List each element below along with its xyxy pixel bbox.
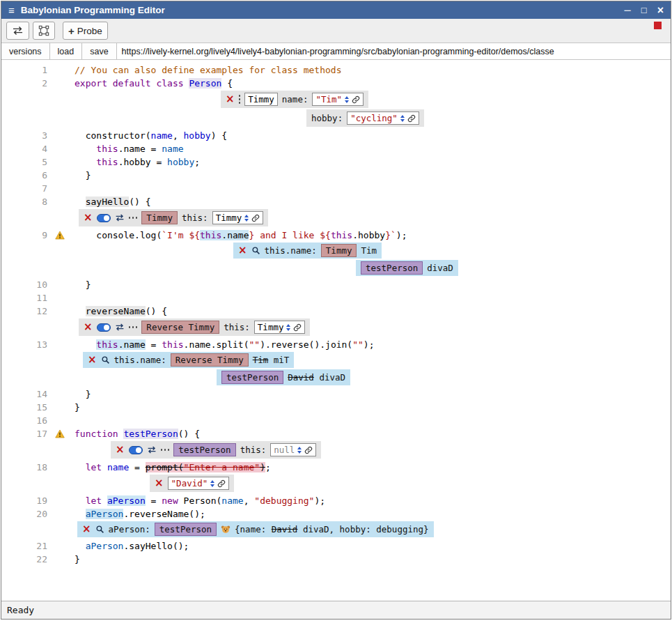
stepper-up-down-icon[interactable] [210, 480, 214, 487]
example-badge[interactable]: Reverse Timmy [171, 353, 249, 367]
warning-icon[interactable] [50, 427, 72, 440]
line-number: 17 [1, 427, 50, 440]
line-number: 22 [1, 553, 50, 566]
link-icon[interactable] [217, 479, 226, 488]
swap-example-icon[interactable] [115, 323, 125, 331]
versions-button[interactable]: versions [1, 43, 50, 59]
this-value-select[interactable]: null [270, 443, 316, 456]
maximize-button[interactable]: □ [641, 6, 647, 15]
stepper-up-down-icon[interactable] [297, 447, 302, 454]
close-button[interactable]: × [657, 5, 664, 16]
link-icon[interactable] [251, 214, 260, 222]
code-text: let aPerson = new Person(name, "debuggin… [72, 494, 325, 507]
code-token: () { [146, 306, 167, 316]
code-token: ; [194, 157, 200, 167]
code-line[interactable]: 20 aPerson.reverseName(); [1, 507, 671, 521]
swap-example-icon[interactable] [147, 446, 157, 454]
swap-example-icon[interactable] [115, 214, 125, 222]
frame-select-icon [38, 25, 49, 36]
stepper-up-down-icon[interactable] [286, 324, 290, 331]
close-widget-icon[interactable]: × [88, 355, 97, 365]
code-token: new [162, 495, 178, 506]
code-editor[interactable]: 1// You can also define examples for cla… [1, 60, 671, 601]
toggle-on-icon[interactable] [129, 446, 143, 454]
code-line[interactable]: 2export default class Person { [1, 77, 671, 90]
code-line[interactable]: 14 } [1, 387, 671, 401]
line-number: 2 [1, 77, 50, 90]
code-line[interactable]: 15} [1, 401, 671, 414]
close-widget-icon[interactable]: × [226, 94, 235, 105]
example-badge[interactable]: Timmy [141, 211, 178, 224]
code-line[interactable]: 21 aPerson.sayHello(); [1, 539, 671, 553]
code-line[interactable]: 4 this.name = name [1, 142, 671, 155]
code-token [75, 197, 86, 207]
code-line[interactable]: 10 } [1, 278, 671, 291]
example-badge[interactable]: testPerson [155, 523, 217, 536]
code-line[interactable]: 18 let name = prompt("Enter a name"); [1, 461, 671, 474]
example-badge[interactable]: testPerson [173, 443, 235, 456]
toggle-on-icon[interactable] [97, 323, 111, 332]
code-line[interactable]: 11 [1, 291, 671, 305]
probe-row: testPersonDavid divaD [217, 369, 350, 385]
more-options-icon[interactable] [129, 217, 138, 219]
code-token [107, 78, 113, 89]
this-value-select[interactable]: Timmy [254, 321, 306, 334]
example-badge[interactable]: Reverse Timmy [141, 321, 219, 334]
field-value-input[interactable]: "cycling" [347, 111, 419, 125]
load-button[interactable]: load [50, 43, 83, 59]
close-widget-icon[interactable]: × [155, 478, 164, 489]
example-widget: ×Timmythis:Timmy [1, 209, 671, 226]
code-line[interactable]: 19 let aPerson = new Person(name, "debug… [1, 494, 671, 507]
code-token: sayHello [86, 197, 130, 207]
more-options-icon[interactable] [161, 449, 170, 451]
swap-arrows-button[interactable] [6, 22, 29, 40]
more-options-icon[interactable] [129, 326, 138, 328]
link-icon[interactable] [407, 114, 416, 123]
code-line[interactable]: 12 reverseName() { [1, 305, 671, 318]
frame-select-button[interactable] [33, 22, 55, 40]
notification-indicator[interactable] [654, 22, 662, 29]
close-widget-icon[interactable]: × [116, 445, 125, 455]
close-widget-icon[interactable]: × [82, 524, 91, 534]
code-line[interactable]: 5 this.hobby = hobby; [1, 155, 671, 169]
stepper-up-down-icon[interactable] [244, 215, 249, 222]
field-value-input[interactable]: "Tim" [312, 93, 364, 106]
close-widget-icon[interactable]: × [84, 322, 93, 332]
example-badge[interactable]: testPerson [221, 371, 283, 384]
drag-handle-icon[interactable] [239, 95, 241, 104]
code-line[interactable]: 22} [1, 553, 671, 566]
close-widget-icon[interactable]: × [238, 245, 247, 256]
code-line[interactable]: 7 [1, 182, 671, 195]
example-name-input[interactable]: Timmy [244, 93, 278, 106]
close-widget-icon[interactable]: × [84, 213, 93, 223]
code-line[interactable]: 16 [1, 414, 671, 427]
replacement-value-input[interactable]: "David" [168, 477, 230, 490]
code-text: function testPerson() { [72, 427, 200, 440]
stepper-up-down-icon[interactable] [345, 96, 349, 103]
code-line[interactable]: 3 constructor(name, hobby) { [1, 129, 671, 142]
code-token: .name.split( [184, 339, 249, 350]
code-token: `I'm [162, 230, 189, 240]
save-button[interactable]: save [82, 43, 116, 59]
stepper-up-down-icon[interactable] [400, 115, 405, 122]
this-value-select[interactable]: Timmy [212, 211, 264, 224]
link-icon[interactable] [352, 95, 360, 104]
code-line[interactable]: 13 this.name = this.name.split("").rever… [1, 338, 671, 351]
link-icon[interactable] [304, 446, 313, 454]
warning-icon[interactable] [50, 229, 72, 242]
add-probe-button[interactable]: + Probe [63, 22, 108, 40]
example-badge[interactable]: testPerson [361, 261, 423, 275]
code-token: this [162, 339, 183, 350]
hamburger-menu-icon[interactable]: ≡ [8, 4, 15, 16]
minimize-button[interactable]: ─ [625, 6, 631, 15]
url-field[interactable]: https://lively-kernel.org/lively4/lively… [117, 43, 671, 59]
toggle-on-icon[interactable] [97, 214, 111, 222]
field-label: name: [282, 94, 308, 105]
example-badge[interactable]: Timmy [321, 244, 357, 257]
code-line[interactable]: 1// You can also define examples for cla… [1, 63, 671, 77]
code-line[interactable]: 6 } [1, 169, 671, 182]
code-line[interactable]: 17function testPerson() { [1, 427, 671, 440]
code-line[interactable]: 8 sayHello() { [1, 195, 671, 208]
link-icon[interactable] [293, 323, 302, 332]
code-line[interactable]: 9 console.log(`I'm ${this.name} and I li… [1, 229, 671, 242]
